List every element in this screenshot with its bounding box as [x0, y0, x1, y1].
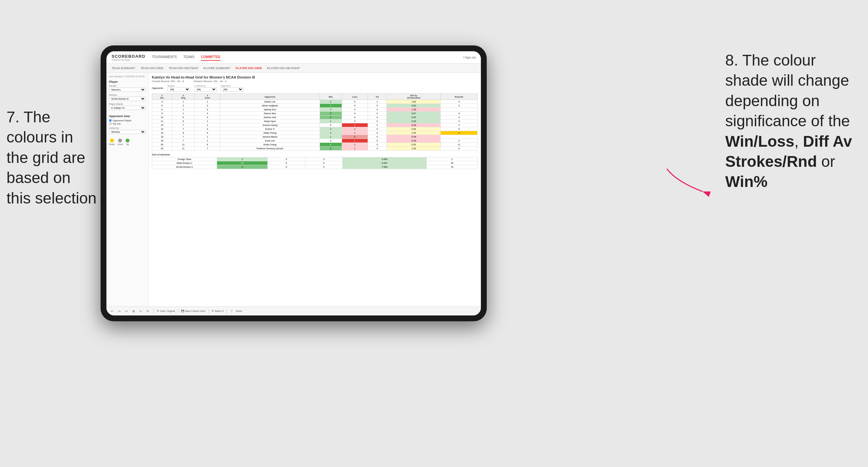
logo-text: SCOREBOARD — [112, 54, 145, 59]
cell-tie: 0 — [305, 161, 342, 165]
table-row: Foreign Team 1 0 0 4.500 2 — [152, 157, 478, 161]
subnav-player-summary[interactable]: PLAYER SUMMARY — [204, 66, 230, 70]
cell-diff: -1.00 — [387, 108, 441, 112]
table-row: 6 1 3 Sydney Kuo 1 0 0 -1.00 — [152, 108, 478, 112]
region-label: Region — [167, 85, 190, 87]
cell-rounds: 4 — [441, 100, 478, 104]
share-icon-btn[interactable]: ⤴ — [230, 309, 234, 313]
cell-reg: 6 — [172, 119, 195, 123]
refresh-button[interactable]: ↻ — [145, 309, 151, 313]
cell-conf: 1 — [195, 119, 220, 123]
cell-win: 2 — [320, 147, 342, 151]
cell-div: 20 — [152, 143, 172, 147]
cell-conf: 1 — [195, 100, 220, 104]
subnav-team-h2h-grid[interactable]: TEAM H2H GRID — [141, 66, 163, 70]
cell-name: Alexis Sudjianto — [220, 104, 320, 108]
cell-loss: 0 — [268, 157, 305, 161]
cell-win: 0 — [320, 123, 342, 127]
subnav-player-h2h-grid[interactable]: PLAYER H2H GRID — [236, 66, 262, 70]
legend-up-label: Up — [126, 143, 129, 145]
col-rounds: Rounds — [441, 94, 478, 100]
sidebar-colour-by-select[interactable]: Win/loss — [109, 130, 146, 134]
nav-teams[interactable]: TEAMS — [183, 54, 194, 61]
cell-loss: 2 — [342, 127, 368, 131]
cell-name: NCAA Division 2 — [152, 165, 217, 169]
cell-loss: 2 — [342, 135, 368, 139]
cell-rounds: 4 — [441, 131, 478, 135]
radio-opponents-played[interactable]: Opponents Played — [109, 119, 146, 122]
cell-rounds: 2 — [441, 123, 478, 127]
opponent-select[interactable]: (All) — [221, 87, 243, 92]
cell-rounds: 2 — [427, 157, 478, 161]
annotation-right-text: 8. The colour shade will change dependin… — [725, 52, 852, 190]
cut-button[interactable]: ✂ — [138, 309, 144, 313]
table-row: 18 7 2 Euna Lee 0 1 0 -5.00 2 — [152, 139, 478, 143]
view-original-label[interactable]: 👁 View: Original — [157, 310, 175, 313]
dot-up — [126, 138, 129, 143]
save-icon: 💾 — [181, 310, 184, 313]
cell-conf: 4 — [195, 112, 220, 116]
sidebar-player-rank-select[interactable]: 8. Katelyn Vo — [109, 106, 146, 110]
tablet-screen: SCOREBOARD Powered by clippd TOURNAMENTS… — [106, 51, 481, 315]
undo2-button[interactable]: ↩ — [124, 309, 129, 313]
cell-reg: 1 — [172, 100, 195, 104]
cell-diff: 1.50 — [387, 100, 441, 104]
cell-loss: 1 — [342, 123, 368, 127]
colour-dots: Down Level Up — [109, 138, 146, 145]
conference-select[interactable]: (All) — [194, 87, 217, 92]
sidebar-division-select[interactable]: NCAA Division III — [109, 97, 146, 101]
legend-level-label: Level — [118, 143, 123, 145]
cell-conf: 2 — [195, 104, 220, 108]
sidebar-gender-select[interactable]: Women's — [109, 88, 146, 92]
cell-loss: 0 — [342, 104, 368, 108]
share-label[interactable]: Share — [236, 310, 242, 313]
cell-win: 2 — [320, 116, 342, 119]
annotation-left: 7. The colours in the grid are based on … — [6, 107, 97, 208]
subnav-team-h2h-heatmap[interactable]: TEAM H2H HEATMAP — [169, 66, 198, 70]
nav-committee[interactable]: COMMITTEE — [201, 54, 220, 61]
cell-tie: 0 — [368, 127, 386, 131]
copy-button[interactable]: ⊞ — [131, 309, 136, 313]
undo-button[interactable]: ↩ — [110, 309, 115, 313]
subnav-team-summary[interactable]: TEAM SUMMARY — [112, 66, 135, 70]
cell-tie: 0 — [305, 157, 342, 161]
cell-div: 10 — [152, 116, 172, 119]
sidebar-player-title: Player — [109, 80, 146, 84]
cell-reg: 6 — [172, 116, 195, 119]
col-loss: Loss — [342, 94, 368, 100]
cell-tie: 0 — [368, 108, 386, 112]
cell-win: 2 — [320, 112, 342, 116]
grid-title: Katelyn Vo Head-to-Head Grid for Women's… — [152, 75, 478, 79]
cell-rounds: 2 — [441, 139, 478, 143]
toolbar-divider4 — [226, 309, 227, 313]
cell-loss: 0 — [342, 116, 368, 119]
cell-rounds: 4 — [441, 116, 478, 119]
sign-out[interactable]: | Sign out — [463, 56, 476, 59]
main-content: Last Updated: 27/03/2024 16:55:38 Player… — [106, 73, 481, 306]
cell-reg: 11 — [172, 143, 195, 147]
watch-label[interactable]: 👁 Watch ▾ — [212, 310, 224, 313]
redo-button[interactable]: ↪ — [117, 309, 122, 313]
cell-reg: 2 — [172, 104, 195, 108]
cell-diff: 4.00 — [387, 104, 441, 108]
cell-reg: 1 — [172, 112, 195, 116]
logo-area: SCOREBOARD Powered by clippd — [112, 54, 145, 61]
region-select[interactable]: (All) — [167, 87, 190, 92]
cell-tie: 0 — [368, 143, 386, 147]
subnav-player-h2h-heatmap[interactable]: PLAYER H2H HEATMAP — [267, 66, 300, 70]
table-row: 15 8 5 Stella Cheng 1 1 0 1.25 4 — [152, 131, 478, 135]
cell-rounds: 11 — [441, 143, 478, 147]
table-row: 20 11 7 Federica Domecq Lacroze 2 1 0 1.… — [152, 147, 478, 151]
toolbar-divider3 — [208, 309, 209, 313]
table-row: 11 6 1 Heejo Hyun 1 0 0 3.33 3 — [152, 119, 478, 123]
cell-div: 20 — [152, 147, 172, 151]
save-custom-label[interactable]: 💾 Save Custom View — [181, 310, 205, 313]
cell-win: 1 — [320, 119, 342, 123]
col-tie: Tie — [368, 94, 386, 100]
cell-loss: 0 — [342, 119, 368, 123]
nav-tournaments[interactable]: TOURNAMENTS — [152, 54, 177, 61]
conference-filter: Conference (All) — [194, 85, 217, 92]
table-header-row: #Div #Reg #Conf Opponent Win Loss Tie Di… — [152, 94, 478, 100]
cell-tie: 0 — [368, 123, 386, 127]
radio-top100[interactable]: Top 100 — [109, 122, 146, 125]
